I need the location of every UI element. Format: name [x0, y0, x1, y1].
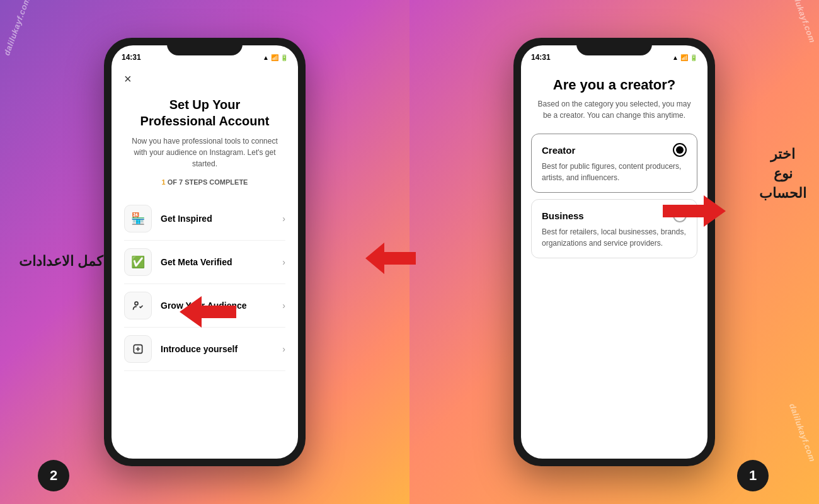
arabic-label-right: اخترنوعالحساب [759, 145, 806, 203]
creator-question-title: Are you a creator? [531, 77, 697, 93]
watermark-left: dalilukayf.com [2, 0, 32, 57]
arrow-left [180, 296, 236, 330]
phone-notch [167, 38, 243, 55]
menu-item-introduce-yourself[interactable]: Introduce yourself › [124, 328, 285, 371]
business-description: Best for retailers, local businesses, br… [542, 226, 687, 249]
badge-2: 2 [38, 460, 69, 491]
left-phone: 14:31 ▲ 📶 🔋 × Set Up YourProfessional Ac… [104, 38, 306, 466]
phone-main-subtitle: Now you have professional tools to conne… [124, 135, 285, 169]
right-phone-content: Are you a creator? Based on the category… [521, 64, 707, 459]
svg-marker-5 [663, 195, 726, 227]
introduce-yourself-icon [124, 335, 152, 363]
get-meta-verified-label: Get Meta Verified [161, 257, 282, 267]
creator-question-subtitle: Based on the category you selected, you … [531, 98, 697, 121]
creator-card[interactable]: Creator Best for public figures, content… [531, 134, 697, 193]
creator-description: Best for public figures, content produce… [542, 161, 687, 183]
right-phone: 14:31 ▲ 📶 🔋 Are you a creator? Based on … [513, 38, 715, 466]
svg-marker-4 [180, 296, 236, 328]
get-inspired-label: Get Inspired [161, 214, 282, 224]
left-phone-content: × Set Up YourProfessional Account Now yo… [112, 64, 298, 459]
svg-marker-6 [365, 243, 416, 274]
status-icons-left: ▲ 📶 🔋 [263, 54, 288, 61]
watermark-right-bottom: dalilukayf.com [788, 402, 817, 463]
get-meta-verified-icon: ✅ [124, 248, 152, 276]
creator-card-header: Creator [542, 143, 687, 157]
badge-1: 1 [737, 460, 769, 491]
chevron-icon-3: › [282, 301, 285, 311]
grow-audience-icon [124, 292, 152, 319]
chevron-icon-4: › [282, 344, 285, 354]
introduce-yourself-label: Introduce yourself [161, 344, 282, 354]
creator-radio-inner [676, 146, 684, 154]
watermark-right-top: dalilukayf.com [788, 0, 817, 44]
status-time-right: 14:31 [531, 53, 551, 62]
phone-main-title: Set Up YourProfessional Account [124, 96, 285, 129]
creator-radio[interactable] [673, 143, 687, 157]
business-title: Business [542, 210, 584, 221]
arrow-right [663, 195, 726, 229]
get-inspired-icon: 🏪 [124, 205, 152, 232]
arrow-center [365, 239, 416, 280]
left-background: dalilukayf.com اكمل الاعدادات 14:31 ▲ 📶 … [0, 0, 410, 504]
svg-point-0 [135, 302, 138, 305]
chevron-icon-1: › [282, 214, 285, 224]
status-time-left: 14:31 [122, 53, 141, 62]
menu-item-get-meta-verified[interactable]: ✅ Get Meta Verified › [124, 241, 285, 284]
close-button[interactable]: × [124, 72, 285, 86]
right-background: dalilukayf.com dalilukayf.com اخترنوعالح… [410, 0, 819, 504]
creator-title: Creator [542, 145, 575, 156]
steps-counter: 1 OF 7 STEPS COMPLETE [124, 178, 285, 186]
phone-notch-right [576, 38, 652, 55]
left-phone-screen: 14:31 ▲ 📶 🔋 × Set Up YourProfessional Ac… [112, 45, 298, 459]
menu-item-get-inspired[interactable]: 🏪 Get Inspired › [124, 197, 285, 241]
status-icons-right: ▲ 📶 🔋 [672, 54, 697, 61]
arabic-label-left: اكمل الاعدادات [19, 252, 106, 272]
right-phone-screen: 14:31 ▲ 📶 🔋 Are you a creator? Based on … [521, 45, 707, 459]
chevron-icon-2: › [282, 257, 285, 267]
